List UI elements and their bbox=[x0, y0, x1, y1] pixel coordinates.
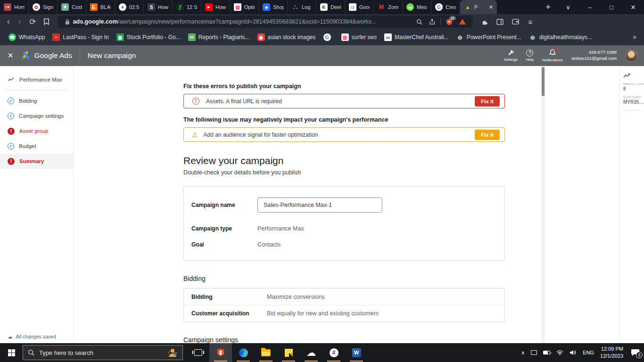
sidebar-item-campaign-settings[interactable]: ✓ Campaign settings bbox=[0, 108, 74, 123]
browser-tab[interactable]: ГЖ Home ✕ bbox=[0, 0, 29, 14]
sidebar-item-budget[interactable]: ✓ Budget bbox=[0, 139, 74, 154]
browser-tab[interactable]: up Mess ✕ bbox=[403, 0, 431, 14]
search-icon bbox=[28, 349, 34, 356]
action-center-button[interactable]: 5 bbox=[631, 349, 639, 356]
bookmark-item[interactable]: ⊕ digitalhealthmalays... bbox=[525, 32, 596, 43]
sidebar-toggle-icon[interactable] bbox=[496, 19, 504, 25]
bookmark-item[interactable]: ⊕ PowerPoint Present... bbox=[453, 32, 525, 43]
save-status: ☁ All changes saved bbox=[8, 334, 56, 339]
slack-icon: # bbox=[330, 348, 339, 357]
taskbar-app-onedrive[interactable]: ☁ bbox=[300, 343, 322, 362]
vertical-scrollbar[interactable] bbox=[541, 66, 545, 343]
settings-button[interactable]: Settings bbox=[504, 49, 518, 62]
tray-clock[interactable]: 12:09 PM 12/1/2023 bbox=[600, 346, 623, 360]
goal-value: Contacts bbox=[257, 241, 281, 248]
tray-wifi-icon[interactable] bbox=[556, 350, 563, 355]
bookmark-item[interactable]: ◉ asian stock images bbox=[254, 32, 320, 43]
browser-tab[interactable]: ▶ How ✕ bbox=[201, 0, 230, 14]
sidebar-item-bidding[interactable]: ✓ Bidding bbox=[0, 93, 74, 108]
browser-tab[interactable]: ▲ P ✕ bbox=[460, 0, 497, 14]
browser-tab[interactable]: 12 Goog ✕ bbox=[345, 0, 374, 14]
browser-tab[interactable]: ▤ Optin ✕ bbox=[230, 0, 259, 14]
help-button[interactable]: ? Help bbox=[526, 49, 534, 62]
metrics-list: WEEKLY_CONV. 8 COST/CONV. MYR35.... bbox=[623, 82, 644, 105]
account-avatar[interactable] bbox=[625, 49, 637, 62]
fix-error-button[interactable]: Fix it bbox=[475, 96, 500, 107]
onedrive-cloud-icon: ☁ bbox=[306, 347, 316, 358]
browser-tab[interactable]: ✦ 02:52 ✕ bbox=[115, 0, 144, 14]
lock-icon bbox=[65, 19, 70, 25]
browser-tab[interactable]: G Creat ✕ bbox=[431, 0, 460, 14]
bookmark-ribbon-icon[interactable] bbox=[44, 18, 49, 25]
sidebar-item-label: Bidding bbox=[19, 98, 37, 104]
bookmark-favicon-icon: ⊕ bbox=[529, 33, 537, 41]
sidebar-item-performance-max[interactable]: Performance Max bbox=[0, 72, 74, 87]
browser-menu-icon[interactable]: ≡ bbox=[524, 18, 537, 26]
window-minimize-button[interactable]: – bbox=[579, 4, 601, 11]
browser-tab[interactable]: ✿ Sign ✕ bbox=[29, 0, 58, 14]
sidebar-item-asset-group[interactable]: ! Asset group bbox=[0, 123, 74, 139]
taskbar-app-brave[interactable] bbox=[209, 343, 232, 362]
share-icon[interactable] bbox=[429, 19, 435, 25]
window-close-button[interactable]: ✕ bbox=[622, 4, 644, 11]
tab-search-dropdown-icon[interactable]: ∨ bbox=[557, 4, 579, 11]
browser-tab[interactable]: d. Deel ✕ bbox=[316, 0, 345, 14]
reload-button[interactable]: ⟳ bbox=[25, 17, 40, 27]
browser-tab[interactable]: ✳ Cost ✕ bbox=[58, 0, 86, 14]
settings-label: Settings bbox=[504, 58, 518, 62]
sidebar-item-summary[interactable]: ! Summary bbox=[0, 154, 74, 169]
metrics-chart-icon[interactable] bbox=[623, 73, 644, 78]
scrollbar-thumb[interactable] bbox=[542, 67, 545, 96]
bookmark-item[interactable]: ▥ surfer seo bbox=[338, 32, 380, 43]
browser-tab[interactable]: E BLAC ✕ bbox=[86, 0, 115, 14]
tray-battery-icon[interactable] bbox=[543, 351, 550, 354]
running-indicator bbox=[350, 361, 363, 362]
fix-warning-button[interactable]: Fix it bbox=[475, 130, 500, 140]
campaign-name-input[interactable] bbox=[257, 197, 382, 213]
browser-tab[interactable]: ƒ 12 Si ✕ bbox=[173, 0, 201, 14]
tab-close-icon[interactable]: ✕ bbox=[489, 4, 493, 10]
tray-language-indicator[interactable]: ENG bbox=[583, 350, 594, 355]
address-bar[interactable]: ads.google.com /aw/campaigns/new/perform… bbox=[58, 16, 473, 28]
window-maximize-button[interactable]: □ bbox=[601, 4, 622, 11]
browser-tab[interactable]: M Zom ✕ bbox=[374, 0, 403, 14]
tray-time: 12:09 PM bbox=[600, 346, 623, 353]
close-campaign-editor-button[interactable]: ✕ bbox=[0, 51, 20, 60]
new-tab-button[interactable]: + bbox=[539, 2, 557, 12]
bookmarks-overflow-chevron[interactable]: » bbox=[633, 33, 636, 41]
taskbar-search-box[interactable]: Type here to search bbox=[23, 345, 183, 360]
wallet-icon[interactable] bbox=[512, 19, 519, 25]
taskbar-app-word[interactable]: W bbox=[345, 343, 368, 362]
bookmark-item[interactable]: ez MasterChef Australi... bbox=[380, 32, 453, 43]
bookmark-item[interactable]: ☎ WhatsApp bbox=[5, 32, 49, 43]
bookmark-item[interactable]: ▦ Stock Portfolio - Go... bbox=[113, 32, 184, 43]
tray-display-icon[interactable] bbox=[531, 350, 537, 355]
bookmark-item[interactable]: PP Reports - Plagiaris... bbox=[184, 32, 254, 43]
taskbar-app-sticky-notes[interactable] bbox=[277, 343, 300, 362]
brand-name: Google Ads bbox=[34, 51, 72, 60]
file-explorer-icon bbox=[261, 349, 271, 356]
start-button[interactable] bbox=[0, 343, 23, 362]
brave-rewards-icon[interactable] bbox=[459, 19, 466, 25]
taskbar-app-file-explorer[interactable] bbox=[255, 343, 277, 362]
notifications-button[interactable]: Notifications bbox=[542, 49, 563, 62]
taskbar-app-slack[interactable]: # bbox=[322, 343, 345, 362]
browser-tab[interactable]: ∴ Log i ✕ bbox=[288, 0, 316, 14]
task-view-button[interactable] bbox=[187, 343, 209, 362]
taskbar-app-edge[interactable] bbox=[232, 343, 255, 362]
zoom-page-icon[interactable] bbox=[416, 19, 422, 25]
tray-volume-icon[interactable] bbox=[570, 350, 577, 355]
extensions-puzzle-icon[interactable] bbox=[481, 18, 488, 25]
bookmark-item[interactable]: G bbox=[320, 32, 338, 43]
campaign-type-row: Campaign type Performance Max bbox=[184, 220, 504, 238]
forward-button[interactable]: › bbox=[14, 17, 25, 26]
brave-shield-icon[interactable]: 11 bbox=[446, 18, 453, 25]
browser-tab[interactable]: S How ✕ bbox=[144, 0, 173, 14]
bookmark-item[interactable]: ••• LastPass - Sign In bbox=[49, 32, 112, 43]
tab-title: BLAC bbox=[100, 4, 111, 10]
tray-chevron-up-icon[interactable]: ∧ bbox=[521, 350, 525, 356]
browser-tab[interactable]: ◆ Shop ✕ bbox=[259, 0, 288, 14]
tab-favicon-icon: up bbox=[406, 3, 414, 11]
tab-title: Log i bbox=[302, 4, 312, 10]
back-button[interactable]: ‹ bbox=[3, 17, 14, 26]
